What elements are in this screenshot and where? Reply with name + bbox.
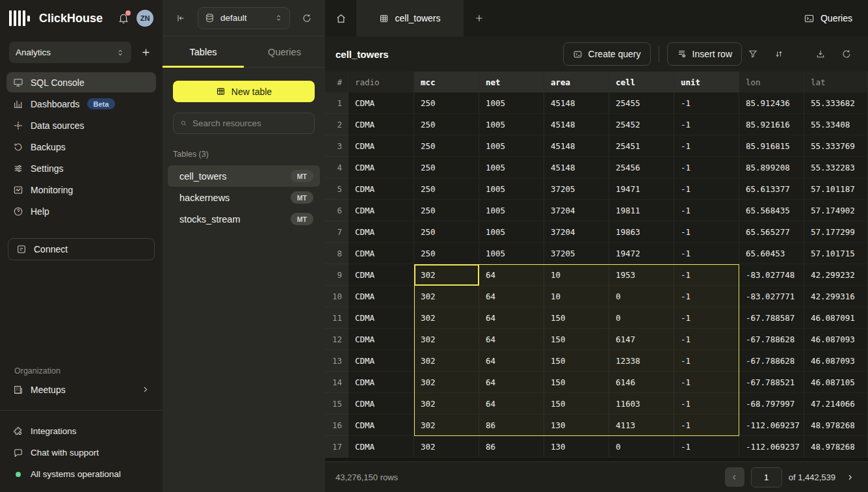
- table-cell[interactable]: 64: [479, 286, 544, 307]
- table-cell[interactable]: 1953: [609, 264, 674, 286]
- row-number[interactable]: 10: [325, 286, 349, 307]
- row-number[interactable]: 4: [325, 157, 349, 178]
- table-cell[interactable]: 0: [609, 286, 674, 307]
- table-cell[interactable]: 46.087091: [804, 307, 868, 329]
- table-cell[interactable]: 302: [414, 415, 479, 436]
- table-cell[interactable]: 37205: [544, 178, 609, 200]
- table-cell[interactable]: 302: [414, 350, 479, 372]
- table-cell[interactable]: -1: [674, 264, 739, 286]
- table-cell[interactable]: 42.299232: [804, 264, 868, 286]
- row-number[interactable]: 9: [325, 264, 349, 286]
- table-cell[interactable]: 85.912436: [739, 92, 804, 114]
- table-cell[interactable]: CDMA: [349, 329, 414, 350]
- table-cell[interactable]: 1005: [479, 243, 544, 264]
- table-cell[interactable]: 45148: [544, 135, 609, 157]
- sidebar-item-integrations[interactable]: Integrations: [7, 421, 156, 441]
- table-cell[interactable]: -67.788521: [739, 372, 804, 393]
- home-button[interactable]: [325, 0, 356, 36]
- row-number[interactable]: 6: [325, 200, 349, 221]
- table-cell[interactable]: 250: [414, 157, 479, 178]
- table-cell[interactable]: 1005: [479, 114, 544, 135]
- table-cell[interactable]: -68.797997: [739, 393, 804, 415]
- table-cell[interactable]: 64: [479, 372, 544, 393]
- table-cell[interactable]: CDMA: [349, 436, 414, 458]
- table-cell[interactable]: 1005: [479, 92, 544, 114]
- column-header-area[interactable]: area: [544, 72, 609, 92]
- table-cell[interactable]: 250: [414, 178, 479, 200]
- table-cell[interactable]: 64: [479, 307, 544, 329]
- table-cell[interactable]: -67.788587: [739, 307, 804, 329]
- table-cell[interactable]: 65.568435: [739, 200, 804, 221]
- table-cell[interactable]: 64: [479, 329, 544, 350]
- table-cell[interactable]: 64: [479, 350, 544, 372]
- table-cell[interactable]: 45148: [544, 157, 609, 178]
- table-cell[interactable]: CDMA: [349, 393, 414, 415]
- table-cell[interactable]: 302: [414, 436, 479, 458]
- row-number[interactable]: 8: [325, 243, 349, 264]
- table-cell[interactable]: -1: [674, 114, 739, 135]
- workspace-selector[interactable]: Analytics: [9, 42, 131, 63]
- table-cell[interactable]: -1: [674, 372, 739, 393]
- table-cell[interactable]: 1005: [479, 200, 544, 221]
- prev-page-button[interactable]: [725, 467, 744, 487]
- table-cell[interactable]: CDMA: [349, 114, 414, 135]
- table-cell[interactable]: -1: [674, 350, 739, 372]
- table-cell[interactable]: -67.788628: [739, 329, 804, 350]
- table-cell[interactable]: CDMA: [349, 221, 414, 243]
- table-cell[interactable]: 19863: [609, 221, 674, 243]
- table-cell[interactable]: -83.027748: [739, 264, 804, 286]
- table-cell[interactable]: -1: [674, 307, 739, 329]
- column-header-cell[interactable]: cell: [609, 72, 674, 92]
- sidebar-item-dashboards[interactable]: Dashboards Beta: [7, 94, 156, 114]
- table-cell[interactable]: 55.332283: [804, 157, 868, 178]
- table-cell[interactable]: 37204: [544, 200, 609, 221]
- table-cell[interactable]: 250: [414, 243, 479, 264]
- table-cell[interactable]: -1: [674, 415, 739, 436]
- table-cell[interactable]: CDMA: [349, 307, 414, 329]
- table-cell[interactable]: 150: [544, 372, 609, 393]
- table-cell[interactable]: CDMA: [349, 157, 414, 178]
- table-cell[interactable]: 4113: [609, 415, 674, 436]
- table-cell[interactable]: 6147: [609, 329, 674, 350]
- table-list-item-hackernews[interactable]: hackernews MT: [168, 187, 320, 208]
- table-cell[interactable]: 46.087093: [804, 329, 868, 350]
- table-cell[interactable]: 85.916815: [739, 135, 804, 157]
- row-number[interactable]: 7: [325, 221, 349, 243]
- table-cell[interactable]: -1: [674, 243, 739, 264]
- table-cell[interactable]: 250: [414, 221, 479, 243]
- table-cell[interactable]: 37205: [544, 243, 609, 264]
- table-cell[interactable]: 250: [414, 135, 479, 157]
- row-number[interactable]: 5: [325, 178, 349, 200]
- row-number[interactable]: 13: [325, 350, 349, 372]
- table-cell[interactable]: -1: [674, 178, 739, 200]
- table-cell[interactable]: 250: [414, 114, 479, 135]
- table-cell[interactable]: 57.174902: [804, 200, 868, 221]
- sidebar-item-help[interactable]: Help: [7, 201, 156, 221]
- table-cell[interactable]: -1: [674, 436, 739, 458]
- table-cell[interactable]: 65.60453: [739, 243, 804, 264]
- table-cell[interactable]: CDMA: [349, 92, 414, 114]
- database-selector[interactable]: default: [198, 7, 290, 29]
- table-cell[interactable]: 19471: [609, 178, 674, 200]
- table-cell[interactable]: 25455: [609, 92, 674, 114]
- table-cell[interactable]: 48.978268: [804, 436, 868, 458]
- sidebar-item-chat-support[interactable]: Chat with support: [7, 443, 156, 463]
- table-cell[interactable]: 1005: [479, 157, 544, 178]
- table-cell[interactable]: CDMA: [349, 350, 414, 372]
- table-cell[interactable]: 0: [609, 307, 674, 329]
- table-cell[interactable]: 85.921616: [739, 114, 804, 135]
- table-cell[interactable]: CDMA: [349, 243, 414, 264]
- table-cell[interactable]: 25451: [609, 135, 674, 157]
- sidebar-item-system-status[interactable]: All systems operational: [7, 464, 156, 484]
- row-number[interactable]: 12: [325, 329, 349, 350]
- table-cell[interactable]: 86: [479, 415, 544, 436]
- sidebar-item-monitoring[interactable]: Monitoring: [7, 180, 156, 200]
- table-cell[interactable]: 55.33408: [804, 114, 868, 135]
- table-cell[interactable]: 57.177299: [804, 221, 868, 243]
- table-cell[interactable]: CDMA: [349, 415, 414, 436]
- queries-button[interactable]: Queries: [788, 0, 868, 36]
- table-cell[interactable]: -67.788628: [739, 350, 804, 372]
- sidebar-item-data-sources[interactable]: Data sources: [7, 115, 156, 135]
- table-cell[interactable]: 150: [544, 350, 609, 372]
- table-cell[interactable]: 25452: [609, 114, 674, 135]
